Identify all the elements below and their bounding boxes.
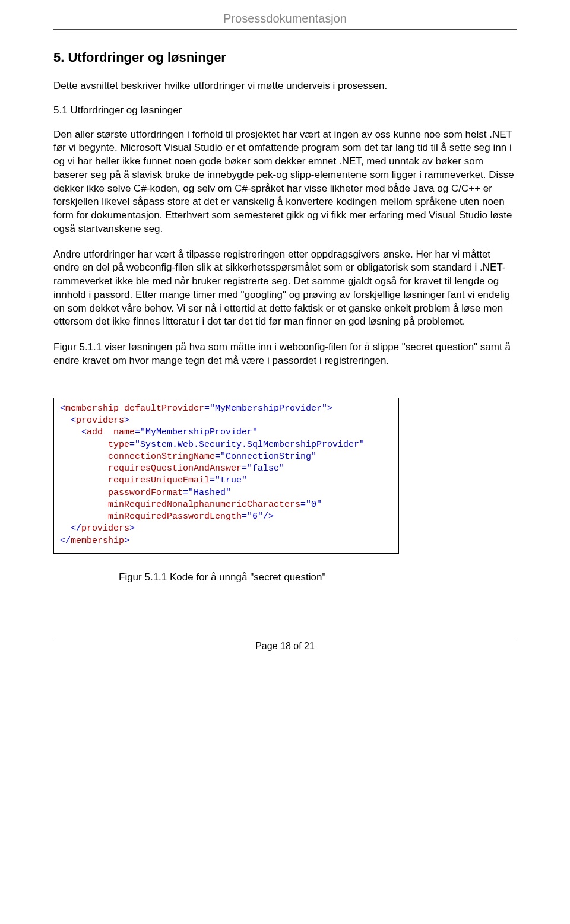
code-token: ="MyMembershipProvider" [135,427,258,437]
code-token: > [124,415,129,426]
code-token: minRequiredNonalphanumericCharacters [60,500,300,510]
paragraph-3: Figur 5.1.1 viser løsningen på hva som m… [53,341,517,368]
code-token: > [124,536,129,546]
code-token: ="ConnectionString" [215,452,316,462]
document-header: Prosessdokumentasjon [53,12,517,30]
section-intro: Dette avsnittet beskriver hvilke utfordr… [53,80,517,93]
code-block: <membership defaultProvider="MyMembershi… [53,398,399,554]
code-token: </ [60,536,71,546]
code-token: ="6"/> [242,512,274,522]
code-token: </ [60,523,81,534]
code-token: type [60,440,129,450]
code-token: membership [65,404,119,414]
code-token: < [60,427,87,437]
code-token: add [87,427,103,437]
paragraph-2: Andre utfordringer har vært å tilpasse r… [53,248,517,329]
subsection-number: 5.1 [53,104,68,116]
code-token: passwordFormat [60,488,183,498]
page-footer: Page 18 of 21 [53,637,517,652]
document-page: Prosessdokumentasjon 5. Utfordringer og … [0,0,570,675]
code-token: ="0" [300,500,322,510]
code-token: providers [76,415,124,426]
section-number: 5. [53,50,64,65]
code-token: membership [71,536,124,546]
code-token: defaultProvider [119,404,204,414]
header-title: Prosessdokumentasjon [223,12,347,25]
subsection-title: Utfordringer og løsninger [70,104,182,116]
code-token: > [129,523,135,534]
code-token: ="System.Web.Security.SqlMembershipProvi… [129,440,365,450]
code-token: requiresQuestionAndAnswer [60,463,242,474]
code-token: minRequiredPasswordLength [60,512,242,522]
code-token: < [60,415,76,426]
code-token: ="Hashed" [183,488,231,498]
code-token: connectionStringName [60,452,215,462]
code-token: < [60,404,65,414]
paragraph-1: Den aller største utfordringen i forhold… [53,128,517,236]
figure-caption: Figur 5.1.1 Kode for å unngå "secret que… [119,571,517,583]
code-token: ="false" [242,463,284,474]
code-token: ="true" [210,475,247,485]
subsection-heading: 5.1 Utfordringer og løsninger [53,104,517,118]
section-heading: 5. Utfordringer og løsninger [53,50,517,65]
code-token: name [103,427,135,437]
code-token: ="MyMembershipProvider"> [204,404,332,414]
code-token: providers [81,523,129,534]
code-token: requiresUniqueEmail [60,475,210,485]
page-number: Page 18 of 21 [255,641,315,651]
section-title: Utfordringer og løsninger [68,50,226,65]
